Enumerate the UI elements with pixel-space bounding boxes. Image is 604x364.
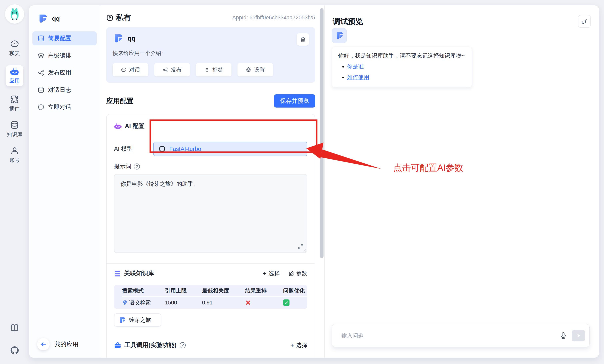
puzzle-icon [10, 95, 19, 104]
rail-item-dataset[interactable]: 知识库 [7, 121, 22, 138]
sidebar-item-chat-now[interactable]: 立即对话 [32, 100, 97, 114]
list-item: 你是谁 [347, 63, 466, 70]
config-card: AI 配置 AI 模型 FastAI-turbo 提 [106, 114, 315, 358]
tools-help-icon[interactable]: ? [180, 342, 186, 348]
chat-input-bar [332, 324, 590, 347]
tools-select-button[interactable]: + 选择 [290, 341, 307, 349]
chat-bubble-icon [10, 40, 19, 48]
rail-label-dataset: 知识库 [7, 131, 22, 138]
clear-history-button[interactable] [578, 15, 591, 28]
welcome-link-how[interactable]: 如何使用 [347, 74, 369, 80]
rerank-disabled-x-icon [245, 300, 251, 306]
question-input[interactable] [341, 332, 554, 339]
question-optimize-checkbox[interactable] [283, 299, 289, 306]
visibility-label: 私有 [116, 12, 131, 23]
chat-action-button[interactable]: 对话 [113, 63, 148, 76]
app-window: qq 简易配置 高级编排 [29, 5, 599, 358]
welcome-text: 你好，我是知识库助手，请不要忘记选择知识库噢~ [338, 52, 466, 60]
col-quote-limit: 引用上限 [165, 287, 202, 294]
ai-config-section: AI 配置 AI 模型 FastAI-turbo 提 [107, 114, 315, 263]
sidebar-item-label: 对话日志 [48, 86, 71, 94]
visibility-badge: 私有 [106, 12, 131, 23]
tags-action-button[interactable]: 标签 [196, 63, 231, 76]
ai-config-title: AI 配置 [125, 122, 144, 130]
col-question-optimize: 问题优化 [283, 287, 307, 294]
user-avatar[interactable] [5, 4, 24, 24]
trash-icon [300, 36, 306, 43]
share-icon [163, 67, 168, 73]
github-icon[interactable] [10, 346, 19, 355]
delete-app-button[interactable] [297, 33, 309, 46]
app-action-bar: 对话 发布 [113, 63, 309, 76]
tools-title: 工具调用(实验功能) [125, 341, 176, 349]
person-icon [10, 146, 19, 155]
app-name: qq [127, 35, 136, 42]
welcome-message: 你好，我是知识库助手，请不要忘记选择知识库噢~ 你是谁 如何使用 [332, 47, 472, 87]
rail-label-account: 账号 [9, 157, 20, 164]
sidebar-item-chat-logs[interactable]: 对话日志 [32, 83, 97, 97]
plus-icon: + [263, 270, 266, 277]
robot-icon [10, 68, 19, 76]
sidebar-item-publish-app[interactable]: 发布应用 [32, 66, 97, 80]
resize-handle-icon[interactable] [303, 248, 306, 252]
settings-action-button[interactable]: 设置 [238, 63, 273, 76]
rail-item-account[interactable]: 账号 [9, 146, 20, 164]
ai-model-label: AI 模型 [114, 145, 153, 153]
send-button[interactable] [572, 330, 585, 341]
col-min-similarity: 最低相关度 [202, 287, 245, 294]
welcome-link-who[interactable]: 你是谁 [347, 63, 364, 70]
dataset-stack-icon [114, 270, 121, 277]
save-preview-button[interactable]: 保存并预览 [274, 94, 315, 108]
sidebar-item-advanced-flow[interactable]: 高级编排 [32, 49, 97, 62]
sidebar-app-name: qq [52, 15, 60, 22]
dataset-select-button[interactable]: + 选择 [263, 270, 280, 277]
chat-bubble-icon [121, 67, 126, 73]
rail-label-chat: 聊天 [9, 50, 20, 57]
ai-model-select[interactable]: FastAI-turbo [153, 142, 307, 156]
publish-action-button[interactable]: 发布 [154, 63, 190, 76]
rail-item-plugin[interactable]: 插件 [9, 95, 20, 112]
docs-book-icon[interactable] [10, 323, 19, 332]
rail-item-app[interactable]: 应用 [6, 65, 23, 86]
sidebar-menu: 简易配置 高级编排 发布应用 [29, 30, 100, 114]
private-lock-icon [106, 14, 113, 21]
prompt-label: 提示词 [114, 162, 131, 170]
broom-icon [581, 18, 588, 25]
icon-rail: 聊天 应用 插件 [0, 0, 29, 364]
col-search-mode: 搜索模式 [122, 287, 165, 294]
back-button[interactable] [37, 338, 50, 351]
arrow-left-icon [40, 341, 47, 348]
ai-robot-icon [114, 123, 122, 129]
sidebar-item-simple-config[interactable]: 简易配置 [32, 31, 97, 45]
table-header-row: 搜索模式 引用上限 最低相关度 结果重排 问题优化 [122, 285, 307, 297]
semantic-search-gem-icon [122, 300, 128, 305]
middle-scrollbar[interactable] [320, 8, 324, 258]
rail-bottom [0, 323, 29, 355]
bot-avatar [332, 28, 347, 43]
dataset-section: 关联知识库 + 选择 [107, 264, 315, 336]
action-label: 发布 [171, 66, 182, 73]
dataset-params-button[interactable]: 参数 [289, 270, 307, 277]
action-label: 标签 [213, 66, 223, 73]
back-to-my-apps[interactable]: 我的应用 [29, 338, 100, 358]
prompt-textarea[interactable]: 你是电影《铃芽之旅》的助手。 [114, 174, 307, 253]
openai-icon [158, 145, 166, 153]
calendar-icon [38, 86, 44, 93]
layers-icon [38, 52, 44, 59]
gear-icon [246, 67, 251, 73]
briefcase-icon [114, 342, 121, 349]
col-rerank: 结果重排 [245, 287, 283, 294]
dataset-params-table: 搜索模式 引用上限 最低相关度 结果重排 问题优化 [114, 285, 307, 309]
dataset-params-label: 参数 [296, 270, 307, 277]
mascot-avatar-icon [8, 8, 21, 20]
back-label: 我的应用 [54, 340, 78, 348]
prompt-help-icon[interactable]: ? [134, 164, 140, 170]
dataset-tag[interactable]: 铃芽之旅 [114, 314, 161, 327]
app-logo-icon [118, 316, 126, 324]
debug-preview-panel: 调试预览 你好，我是知识库助手，请不要忘记选择知识库噢~ 你是谁 如何使用 [325, 5, 599, 358]
mic-icon[interactable] [559, 332, 567, 340]
app-sidebar: qq 简易配置 高级编排 [29, 5, 100, 358]
rail-item-chat[interactable]: 聊天 [9, 40, 20, 57]
sidebar-item-label: 发布应用 [48, 69, 71, 77]
send-icon [575, 332, 582, 339]
